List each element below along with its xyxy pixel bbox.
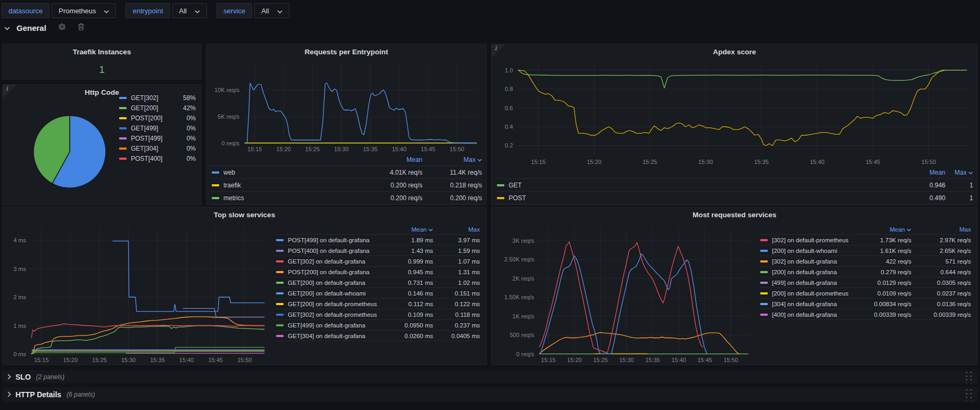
datasource-select[interactable]: Prometheus (52, 3, 116, 18)
series-line (539, 333, 739, 354)
panel-requests-per-entrypoint: Requests per Entrypoint 15:1515:2015:251… (206, 44, 487, 205)
row-http-details-count: (6 panels) (67, 391, 95, 398)
service-select[interactable]: All (254, 3, 289, 18)
series-name[interactable]: GET[302] on default-grafana (288, 258, 388, 265)
series-max: 2.65K req/s (911, 248, 971, 254)
pie-chart[interactable] (32, 114, 107, 191)
series-name[interactable]: [499] on default-grafana (772, 280, 856, 286)
top-slow-chart[interactable]: 15:1515:2015:2515:3015:3515:4015:4515:50… (7, 222, 270, 365)
series-name[interactable]: GET[200] (131, 104, 177, 112)
series-line (183, 308, 264, 317)
series-max: 0.0136 req/s (911, 301, 971, 307)
series-mean: 422 req/s (856, 258, 911, 265)
series-name[interactable]: GET[302] on default-prometheus (288, 311, 388, 318)
series-percent: 42% (177, 104, 196, 112)
requests-chart[interactable]: 15:1515:2015:2515:3015:3515:4015:4515:50… (211, 59, 482, 154)
panel-most-requested-services: Most requested services 15:1515:2015:251… (491, 207, 978, 365)
drag-handle[interactable] (965, 371, 973, 383)
legend-col-max[interactable]: Max (433, 226, 480, 233)
series-name[interactable]: [400] on default-grafana (772, 311, 856, 318)
series-max: 2.97K req/s (911, 237, 971, 243)
entrypoint-select[interactable]: All (172, 3, 207, 18)
svg-text:1K req/s: 1K req/s (512, 313, 534, 319)
row-slo[interactable]: SLO (2 panels) (2, 370, 978, 383)
legend-col-max[interactable]: Max (911, 226, 971, 233)
series-name[interactable]: POST (509, 194, 898, 202)
series-max: 0.0237 req/s (911, 290, 971, 297)
svg-text:15:30: 15:30 (619, 357, 634, 363)
drag-handle[interactable] (965, 388, 973, 401)
row-slo-count: (2 panels) (36, 373, 64, 381)
series-name[interactable]: GET[304] on default-grafana (288, 333, 388, 339)
panel-title: Apdex score (492, 44, 977, 59)
trash-icon[interactable] (78, 23, 85, 33)
svg-text:15:45: 15:45 (697, 357, 712, 363)
series-name[interactable]: [302] on default-prometheus (772, 237, 856, 243)
variable-datasource: datasource Prometheus (2, 3, 116, 18)
most-requested-legend: MeanMax[302] on default-prometheus1.73K … (754, 222, 973, 365)
series-swatch (760, 314, 768, 316)
series-name[interactable]: POST[499] on default-grafana (288, 237, 388, 243)
series-name[interactable]: [200] on default-prometheus (772, 290, 856, 297)
series-swatch (497, 184, 504, 186)
series-name[interactable]: POST[200] on default-grafana (288, 269, 388, 275)
series-name[interactable]: GET[200] on default-whoami (288, 290, 388, 297)
legend-row: [200] on default-grafana0.279 req/s0.644… (759, 266, 971, 277)
series-name[interactable]: GET[499] (131, 125, 177, 132)
series-name[interactable]: [200] on default-grafana (772, 269, 856, 275)
series-mean: 0.999 ms (388, 258, 433, 265)
svg-text:15:45: 15:45 (421, 146, 436, 152)
apdex-chart[interactable]: 15:1515:2015:2515:3015:3515:4015:4515:50… (496, 59, 973, 167)
legend-row: [200] on default-whoami1.61K req/s2.65K … (759, 245, 971, 256)
series-line (245, 83, 476, 143)
series-mean: 0.731 ms (388, 280, 433, 286)
series-name[interactable]: [302] on default-grafana (772, 258, 856, 265)
svg-text:15:35: 15:35 (150, 357, 165, 363)
series-mean: 0.946 (898, 182, 945, 189)
panel-info-icon[interactable]: i (3, 85, 16, 99)
legend-row: POST0.4901 (496, 191, 973, 204)
series-name[interactable]: [304] on default-grafana (772, 301, 856, 307)
legend-col-mean[interactable]: Mean (898, 169, 945, 176)
row-general[interactable]: General (4, 22, 85, 34)
series-name[interactable]: POST[499] (131, 135, 177, 142)
legend-row: POST[499]0% (118, 133, 196, 143)
series-name[interactable]: POST[400] (131, 155, 177, 162)
series-percent: 0% (177, 135, 196, 142)
legend-col-mean[interactable]: Mean (388, 226, 433, 233)
series-name[interactable]: traefik (223, 182, 364, 189)
svg-text:4 ms: 4 ms (13, 237, 26, 243)
series-name[interactable]: GET[200] on default-grafana (288, 280, 388, 286)
series-name[interactable]: POST[400] on default-grafana (288, 248, 388, 254)
series-name[interactable]: GET[499] on default-grafana (288, 322, 388, 329)
series-mean: 1.61K req/s (856, 248, 911, 254)
svg-text:15:20: 15:20 (567, 357, 582, 363)
series-name[interactable]: POST[200] (131, 114, 177, 122)
series-percent: 58% (177, 94, 196, 102)
series-swatch (760, 250, 768, 252)
legend-row: POST[400] on default-grafana1.43 ms1.59 … (275, 245, 480, 256)
svg-text:15:45: 15:45 (208, 357, 223, 363)
svg-text:15:20: 15:20 (63, 357, 78, 363)
svg-text:1.50K req/s: 1.50K req/s (504, 294, 535, 300)
series-mean: 0.112 ms (388, 301, 433, 307)
series-name[interactable]: web (223, 169, 364, 176)
series-name[interactable]: GET[200] on default-prometheus (288, 301, 388, 307)
legend-col-mean[interactable]: Mean (856, 226, 911, 233)
gear-icon[interactable] (58, 23, 66, 33)
series-name[interactable]: GET[304] (131, 145, 177, 152)
series-name[interactable]: GET[302] (131, 94, 177, 102)
series-max: 1.07 ms (433, 258, 480, 265)
series-name[interactable]: [200] on default-whoami (772, 248, 856, 254)
row-http-details[interactable]: HTTP Details (6 panels) (2, 387, 978, 402)
legend-col-mean[interactable]: Mean (364, 156, 422, 163)
series-name[interactable]: GET (509, 182, 898, 189)
panel-info-icon[interactable]: i (492, 44, 505, 58)
series-name[interactable]: metrics (223, 194, 364, 202)
legend-col-max[interactable]: Max (422, 156, 482, 163)
series-swatch (276, 250, 284, 252)
series-swatch (760, 303, 768, 305)
series-percent: 0% (177, 125, 196, 132)
most-requested-chart[interactable]: 15:1515:2015:2515:3015:3515:4015:4515:50… (496, 222, 754, 365)
legend-col-max[interactable]: Max (945, 169, 973, 176)
